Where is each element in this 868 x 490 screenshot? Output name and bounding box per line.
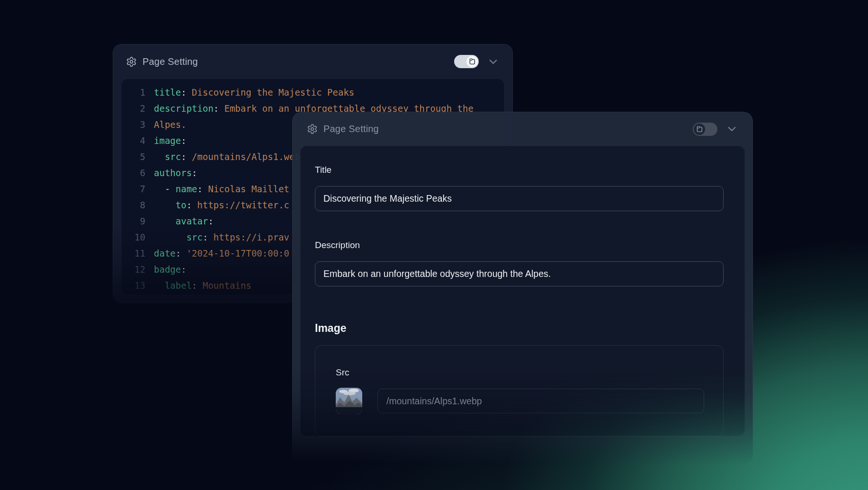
line-number: 12 (122, 261, 145, 277)
code-token: : (208, 216, 213, 226)
code-token: Discovering the Majestic Peaks (192, 87, 354, 98)
form-settings-panel: Page Setting Title Description Image Src (292, 112, 753, 464)
title-input[interactable] (315, 186, 724, 211)
code-token: authors (154, 168, 192, 178)
code-text: title: Discovering the Majestic Peaks (154, 84, 354, 100)
code-token: to (176, 200, 187, 210)
code-view-toggle[interactable] (693, 123, 717, 136)
code-text: authors: (154, 165, 197, 181)
code-text: badge: (154, 261, 187, 277)
code-text: src: https://i.prav (154, 229, 289, 245)
code-text: Alpes. (154, 116, 187, 133)
code-token: : (181, 264, 186, 275)
code-token: : (197, 184, 208, 194)
line-number: 5 (122, 149, 145, 165)
code-token: : (203, 232, 214, 242)
chevron-down-icon[interactable] (487, 55, 500, 68)
code-token: title (154, 87, 181, 98)
line-number: 10 (122, 229, 145, 245)
form-card: Title Description Image Src (300, 146, 745, 436)
code-token: : (181, 135, 186, 146)
code-token: src (165, 151, 181, 162)
code-text: - name: Nicolas Maillet (154, 181, 289, 197)
code-token: '2024-10-17T00:00:0 (187, 248, 289, 258)
code-token: Mountains (203, 280, 251, 291)
line-number: 3 (122, 116, 145, 133)
code-token: date (154, 248, 176, 258)
line-number: 11 (122, 245, 145, 261)
description-label: Description (315, 240, 724, 251)
code-text: to: https://twitter.c (154, 197, 289, 213)
code-token: : (176, 248, 187, 258)
gear-icon (307, 124, 318, 134)
line-number: 4 (122, 133, 145, 149)
mountain-thumbnail (336, 388, 362, 414)
code-text: label: Mountains (154, 277, 251, 294)
line-number: 6 (122, 165, 145, 181)
gear-icon (126, 56, 137, 67)
code-token: : (181, 151, 192, 162)
image-src-input[interactable] (377, 389, 704, 413)
code-embed-icon (468, 58, 476, 65)
description-input[interactable] (315, 261, 724, 286)
code-text: src: /mountains/Alps1.webp (154, 149, 305, 165)
line-number: 9 (122, 213, 145, 229)
line-number: 1 (122, 84, 145, 100)
line-number: 13 (122, 277, 145, 294)
code-line: 1title: Discovering the Majestic Peaks (122, 84, 504, 100)
code-panel-header: Page Setting (113, 45, 512, 79)
code-token: Nicolas Maillet (208, 184, 289, 194)
line-number: 7 (122, 181, 145, 197)
panel-title: Page Setting (323, 124, 379, 134)
code-token: : (181, 87, 192, 98)
code-token: image (154, 135, 181, 146)
code-token: description (154, 103, 214, 114)
line-number: 2 (122, 100, 145, 116)
toggle-knob (466, 56, 478, 67)
code-token: : (192, 168, 197, 178)
code-token: label (165, 280, 192, 291)
code-token: https://twitter.c (197, 200, 289, 210)
image-group: Src (315, 345, 724, 437)
title-label: Title (315, 164, 724, 176)
panel-title: Page Setting (143, 56, 198, 67)
image-heading: Image (315, 321, 724, 335)
toggle-knob (694, 124, 705, 135)
code-token: Alpes. (154, 119, 187, 130)
chevron-down-icon[interactable] (725, 123, 738, 135)
code-token: - (165, 184, 176, 194)
code-view-toggle[interactable] (454, 55, 479, 68)
code-text: date: '2024-10-17T00:00:0 (154, 245, 289, 261)
code-token: badge (154, 264, 181, 275)
line-number: 8 (122, 197, 145, 213)
code-token: src (187, 232, 203, 242)
code-token: : (192, 280, 203, 291)
code-token: avatar (176, 216, 208, 226)
src-label: Src (336, 367, 704, 378)
code-token: : (214, 103, 224, 114)
code-token: name (176, 184, 197, 194)
form-panel-header: Page Setting (293, 112, 752, 146)
code-token: https://i.prav (214, 232, 289, 242)
code-token: : (187, 200, 197, 210)
code-text: avatar: (154, 213, 214, 229)
code-token: /mountains/Alps1.webp (192, 151, 305, 162)
code-embed-icon (696, 125, 703, 133)
code-text: image: (154, 133, 187, 149)
